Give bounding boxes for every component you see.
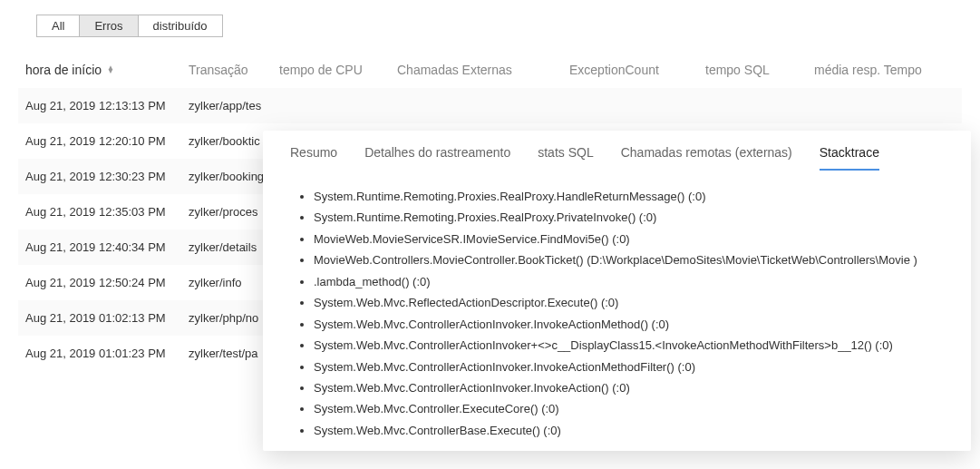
cell-start-time: Aug 21, 2019 12:13:13 PM xyxy=(25,99,189,112)
col-cpu[interactable]: tempo de CPU xyxy=(279,63,397,77)
trace-popover: Resumo Detalhes do rastreamento stats SQ… xyxy=(263,131,971,451)
tab-summary[interactable]: Resumo xyxy=(290,145,337,171)
cell-start-time: Aug 21, 2019 12:40:34 PM xyxy=(25,240,189,254)
stacktrace-line: .lambda_method() (:0) xyxy=(314,272,953,291)
col-start-time[interactable]: hora de início ▲▼ xyxy=(25,63,189,77)
stacktrace-line: System.Web.Mvc.ControllerActionInvoker.I… xyxy=(314,357,953,376)
cell-start-time: Aug 21, 2019 12:30:23 PM xyxy=(25,170,189,183)
sort-icon: ▲▼ xyxy=(107,66,114,73)
tab-remote-calls[interactable]: Chamadas remotas (externas) xyxy=(621,145,792,171)
table-header: hora de início ▲▼ Transação tempo de CPU… xyxy=(18,46,962,88)
cell-transaction: zylker/app/tes xyxy=(189,99,733,112)
stacktrace-line: System.Web.Mvc.ControllerActionInvoker.I… xyxy=(314,378,953,397)
col-exception[interactable]: ExceptionCount xyxy=(569,63,705,77)
tab-stacktrace[interactable]: Stacktrace xyxy=(820,145,879,171)
cell-start-time: Aug 21, 2019 12:50:24 PM xyxy=(25,276,189,289)
stacktrace-line: System.Web.Mvc.Controller.ExecuteCore() … xyxy=(314,399,953,418)
cell-start-time: Aug 21, 2019 12:20:10 PM xyxy=(25,134,189,148)
stacktrace-line: System.Web.Mvc.ControllerActionInvoker.I… xyxy=(314,315,953,334)
stacktrace-line: System.Runtime.Remoting.Proxies.RealProx… xyxy=(314,208,953,227)
col-external[interactable]: Chamadas Externas xyxy=(397,63,569,77)
table-row[interactable]: Aug 21, 2019 12:13:13 PMzylker/app/tes xyxy=(18,88,962,123)
filter-bar: All Erros distribuído xyxy=(0,0,980,46)
col-transaction[interactable]: Transação xyxy=(189,63,279,77)
tab-trace-details[interactable]: Detalhes do rastreamento xyxy=(364,145,510,171)
filter-distributed-button[interactable]: distribuído xyxy=(138,15,223,37)
cell-start-time: Aug 21, 2019 01:02:13 PM xyxy=(25,311,189,325)
stacktrace-line: System.Web.Mvc.ControllerActionInvoker+<… xyxy=(314,336,953,355)
stacktrace-list: System.Runtime.Remoting.Proxies.RealProx… xyxy=(263,171,971,451)
stacktrace-line: MovieWeb.MovieServiceSR.IMovieService.Fi… xyxy=(314,230,953,249)
col-start-label: hora de início xyxy=(25,63,102,77)
popover-tabs: Resumo Detalhes do rastreamento stats SQ… xyxy=(263,131,971,171)
stacktrace-line: MovieWeb.Controllers.MovieController.Boo… xyxy=(314,250,953,269)
stacktrace-line: System.Runtime.Remoting.Proxies.RealProx… xyxy=(314,187,953,206)
cell-start-time: Aug 21, 2019 01:01:23 PM xyxy=(25,347,189,360)
filter-errors-button[interactable]: Erros xyxy=(79,15,138,37)
stacktrace-line: System.Web.Mvc.ControllerBase.Execute() … xyxy=(314,421,953,440)
stacktrace-line: System.Web.Mvc.ReflectedActionDescriptor… xyxy=(314,293,953,312)
cell-start-time: Aug 21, 2019 12:35:03 PM xyxy=(25,205,189,219)
tab-sql-stats[interactable]: stats SQL xyxy=(538,145,593,171)
filter-all-button[interactable]: All xyxy=(36,15,80,37)
col-avg[interactable]: média resp. Tempo xyxy=(814,63,959,77)
col-sql[interactable]: tempo SQL xyxy=(705,63,814,77)
